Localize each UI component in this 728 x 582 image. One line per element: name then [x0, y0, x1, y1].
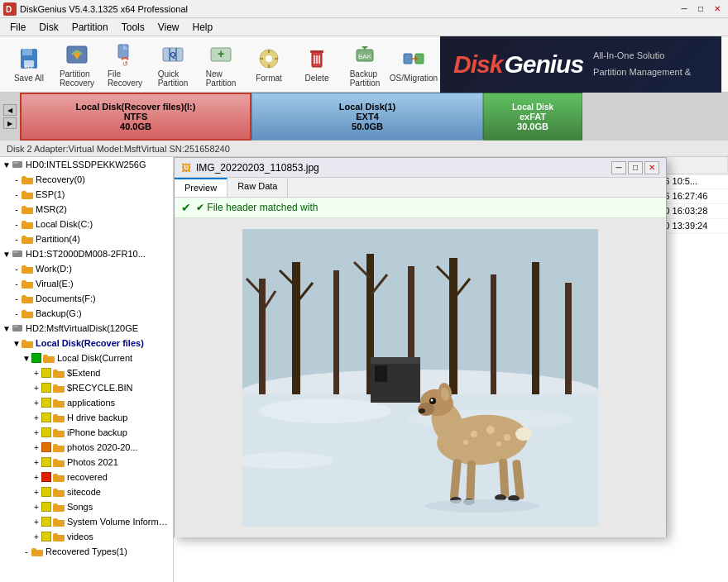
tree-item-songs[interactable]: + Songs [0, 499, 173, 514]
tree-item-hd0[interactable]: ▼ HD0:INTELSSDPEKKW256G [0, 157, 173, 172]
tree-item-sitecode[interactable]: + sitecode [0, 484, 173, 499]
svg-point-70 [419, 408, 425, 413]
svg-text:Q: Q [170, 50, 175, 59]
tab-raw-data[interactable]: Raw Data [228, 178, 288, 197]
format-icon [256, 45, 282, 72]
tree-label-hd1: HD1:ST2000DM008-2FR10... [26, 249, 146, 259]
tree-item-local-current[interactable]: ▼ Local Disk(Current [0, 351, 173, 365]
check-icon-apps [41, 398, 51, 408]
maximize-button[interactable]: □ [693, 2, 708, 16]
partition-recovery-label: PartitionRecovery [60, 69, 94, 88]
preview-dialog-titlebar: 🖼 IMG_20220203_110853.jpg ─ □ ✕ [175, 158, 666, 178]
tree-item-recycle[interactable]: + $RECYCLE.BIN [0, 380, 173, 395]
new-partition-button[interactable]: + NewPartition [199, 38, 243, 91]
tab-preview[interactable]: Preview [175, 178, 228, 197]
save-all-button[interactable]: ALL Save All [7, 42, 51, 86]
check-icon-hdrive [41, 413, 51, 422]
svg-text:↺: ↺ [122, 60, 128, 66]
menu-view[interactable]: View [151, 20, 186, 35]
tree-item-esp[interactable]: - ESP(1) [0, 187, 173, 202]
tree-item-hd2[interactable]: ▼ HD2:MsftVirtualDisk(120GE [0, 321, 173, 336]
delete-button[interactable]: Delete [295, 42, 339, 86]
preview-dialog: 🖼 IMG_20220203_110853.jpg ─ □ ✕ Preview … [174, 157, 667, 537]
quick-partition-button[interactable]: Q QuickPartition [151, 38, 195, 91]
svg-rect-3 [22, 49, 32, 55]
minimize-button[interactable]: ─ [677, 2, 692, 16]
check-icon-current [31, 353, 41, 363]
folder-icon-apps [53, 398, 65, 408]
tree-item-work-d[interactable]: - Work(D:) [0, 261, 173, 276]
tree-label-partition4: Partition(4) [36, 234, 80, 244]
tree-item-virual-e[interactable]: - Virual(E:) [0, 276, 173, 291]
disk-nav-arrows: ◀ ▶ [0, 93, 20, 141]
folder-icon-songs [53, 503, 65, 512]
tree-item-backup-g[interactable]: - Backup(G:) [0, 306, 173, 321]
menu-help[interactable]: Help [186, 20, 220, 35]
file-recovery-button[interactable]: ↺ FileRecovery [103, 38, 147, 91]
dialog-minimize-button[interactable]: ─ [611, 161, 626, 174]
folder-icon-photos2020 [53, 443, 65, 452]
menu-disk[interactable]: Disk [32, 20, 65, 35]
tree-item-photos-2020[interactable]: + photos 2020-20... [0, 440, 173, 455]
tree-label-sysvolinfo: System Volume Informati... [67, 517, 171, 527]
tree-item-docs-f[interactable]: - Documents(F:) [0, 291, 173, 306]
toolbar: ALL Save All PartitionRecovery ↺ FileRec… [0, 36, 728, 93]
tree-item-recovery[interactable]: - Recovery(0) [0, 172, 173, 187]
disk-seg-ext4-size: 50.0GB [352, 122, 383, 131]
tree-item-h-drive[interactable]: + H drive backup [0, 410, 173, 425]
partition-recovery-icon [64, 41, 90, 68]
disk-segment-ext4[interactable]: Local Disk(1) EXT4 50.0GB [251, 93, 483, 141]
disk-segment-exfat[interactable]: Local Disk exFAT 30.0GB [483, 93, 582, 141]
folder-icon-sysvolinfo [53, 518, 65, 527]
tree-item-hd1[interactable]: ▼ HD1:ST2000DM008-2FR10... [0, 246, 173, 261]
tree-item-local-c[interactable]: - Local Disk(C:) [0, 217, 173, 231]
menu-file[interactable]: File [3, 20, 32, 35]
tree-label-recovery: Recovery(0) [36, 174, 85, 184]
backup-partition-button[interactable]: BAK BackupPartition [342, 38, 387, 91]
tree-item-sysvolinfo[interactable]: + System Volume Informati... [0, 514, 173, 529]
disk-seg-exfat-label: Local Disk [512, 103, 553, 112]
tree-item-recover-files[interactable]: ▼ Local Disk(Recover files) [0, 336, 173, 351]
nav-back-button[interactable]: ◀ [3, 104, 17, 116]
disk-bar: ◀ ▶ Local Disk(Recover files)(I:) NTFS 4… [0, 93, 728, 141]
os-migration-button[interactable]: OS/Migration [390, 42, 437, 86]
svg-text:+: + [218, 47, 224, 60]
svg-rect-24 [404, 54, 412, 64]
tree-item-iphone-backup[interactable]: + iPhone backup [0, 425, 173, 440]
disk-seg-ext4-fs: EXT4 [356, 112, 379, 122]
svg-rect-29 [13, 251, 18, 253]
folder-icon-recover [22, 339, 33, 348]
svg-point-74 [463, 440, 468, 445]
svg-rect-44 [491, 274, 496, 394]
check-icon-photos2021 [41, 457, 51, 467]
tree-item-recovered-types[interactable]: - Recovered Types(1) [0, 544, 173, 559]
folder-icon-videos [53, 532, 65, 541]
tree-item-applications[interactable]: + applications [0, 395, 173, 410]
folder-icon-rtypes [31, 547, 43, 556]
folder-icon-photos2021 [53, 458, 65, 467]
tree-item-msr[interactable]: - MSR(2) [0, 202, 173, 217]
close-button[interactable]: ✕ [710, 2, 725, 16]
tree-expand-recovery[interactable]: - [12, 175, 22, 184]
nav-forward-button[interactable]: ▶ [3, 117, 17, 129]
tree-item-photos-2021[interactable]: + Photos 2021 [0, 455, 173, 470]
menu-partition[interactable]: Partition [65, 20, 115, 35]
disk-seg-recover-size: 40.0GB [120, 122, 151, 131]
dialog-close-button[interactable]: ✕ [644, 161, 659, 174]
svg-rect-39 [292, 262, 300, 394]
svg-point-71 [471, 431, 477, 437]
disk-segment-recover[interactable]: Local Disk(Recover files)(I:) NTFS 40.0G… [20, 93, 251, 141]
tree-item-recovered[interactable]: + recovered [0, 470, 173, 484]
menu-bar: File Disk Partition Tools View Help [0, 18, 728, 36]
menu-tools[interactable]: Tools [115, 20, 151, 35]
tree-item-partition4[interactable]: - Partition(4) [0, 231, 173, 246]
brand-area: Disk Genius All-In-One Solutio Partition… [440, 36, 721, 93]
dialog-maximize-button[interactable]: □ [628, 161, 643, 174]
tree-label-extend: $Extend [67, 368, 100, 378]
format-button[interactable]: Format [247, 42, 291, 86]
partition-recovery-button[interactable]: PartitionRecovery [55, 38, 99, 91]
tree-item-videos[interactable]: + videos [0, 529, 173, 544]
tree-expand-hd0[interactable]: ▼ [2, 160, 12, 169]
folder-icon-virual [22, 279, 33, 289]
tree-item-extend[interactable]: + $Extend [0, 365, 173, 380]
